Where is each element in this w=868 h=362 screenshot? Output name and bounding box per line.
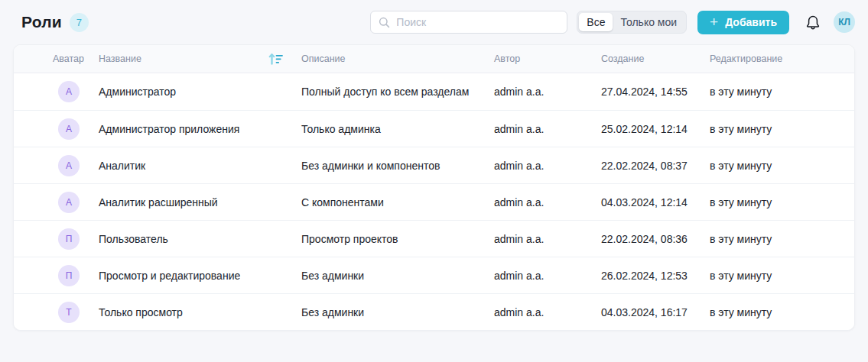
table-row[interactable]: П Просмотр и редактирование Без админки … xyxy=(14,257,854,293)
search-icon xyxy=(379,17,390,28)
role-name: Администратор xyxy=(99,86,301,98)
role-description: Полный доступ ко всем разделам xyxy=(301,86,494,98)
table-row[interactable]: А Аналитик расширенный С компонентами ad… xyxy=(14,183,854,220)
role-avatar-cell: А xyxy=(14,192,99,213)
filter-toggle: Все Только мои xyxy=(577,11,687,34)
add-button[interactable]: + Добавить xyxy=(697,11,789,34)
role-edited: в эту минуту xyxy=(710,123,854,135)
page-title: Роли xyxy=(21,13,62,31)
role-edited: в эту минуту xyxy=(710,160,854,172)
role-description: Без админки и компонентов xyxy=(301,160,494,172)
role-created: 22.02.2024, 08:36 xyxy=(601,233,710,245)
table-header-row: Аватар Название Описание Автор Создание … xyxy=(14,45,854,73)
role-author: admin a.a. xyxy=(494,86,601,98)
role-author: admin a.a. xyxy=(494,270,601,282)
role-edited: в эту минуту xyxy=(710,86,854,98)
role-avatar: П xyxy=(58,228,80,250)
role-edited: в эту минуту xyxy=(710,196,854,208)
table-row[interactable]: А Администратор приложения Только админк… xyxy=(14,110,854,147)
role-created: 25.02.2024, 12:14 xyxy=(601,123,710,135)
column-header-avatar: Аватар xyxy=(14,53,99,64)
role-avatar-cell: П xyxy=(14,265,99,286)
role-name: Пользователь xyxy=(99,233,301,245)
search-box[interactable] xyxy=(370,11,567,34)
add-button-label: Добавить xyxy=(725,16,777,28)
column-header-description: Описание xyxy=(301,53,494,64)
roles-table: Аватар Название Описание Автор Создание … xyxy=(13,44,855,331)
role-avatar: А xyxy=(58,118,80,140)
role-avatar-cell: П xyxy=(14,228,99,250)
role-name: Только просмотр xyxy=(99,306,301,318)
role-avatar: П xyxy=(58,265,80,286)
role-edited: в эту минуту xyxy=(710,270,854,282)
table-body: А Администратор Полный доступ ко всем ра… xyxy=(14,73,854,330)
column-header-created: Создание xyxy=(601,53,710,64)
count-badge: 7 xyxy=(70,13,89,32)
role-author: admin a.a. xyxy=(494,196,601,208)
role-description: Без админки xyxy=(301,270,494,282)
bell-icon xyxy=(805,15,821,31)
role-edited: в эту минуту xyxy=(710,233,854,245)
role-description: Просмотр проектов xyxy=(301,233,494,245)
search-input[interactable] xyxy=(396,16,559,28)
role-avatar-cell: А xyxy=(14,81,99,102)
role-avatar: А xyxy=(58,155,80,176)
user-avatar[interactable]: КЛ xyxy=(834,11,855,33)
role-name: Администратор приложения xyxy=(99,123,301,135)
role-avatar: Т xyxy=(58,302,80,323)
role-created: 04.03.2024, 16:17 xyxy=(601,306,710,318)
role-avatar: А xyxy=(58,81,80,102)
plus-icon: + xyxy=(710,15,718,29)
sort-ascending-icon[interactable] xyxy=(268,53,283,66)
role-name: Просмотр и редактирование xyxy=(99,270,301,282)
table-row[interactable]: А Аналитик Без админки и компонентов adm… xyxy=(14,147,854,183)
column-header-name: Название xyxy=(99,53,301,66)
role-name: Аналитик xyxy=(99,160,301,172)
role-author: admin a.a. xyxy=(494,233,601,245)
filter-option-all[interactable]: Все xyxy=(579,13,613,31)
filter-option-mine[interactable]: Только мои xyxy=(613,13,684,31)
topbar-actions: Все Только мои + Добавить КЛ xyxy=(370,11,855,34)
role-created: 22.02.2024, 08:37 xyxy=(601,160,710,172)
notifications-button[interactable] xyxy=(802,11,824,33)
role-name: Аналитик расширенный xyxy=(99,196,301,208)
role-author: admin a.a. xyxy=(494,160,601,172)
role-avatar: А xyxy=(58,192,80,213)
table-row[interactable]: А Администратор Полный доступ ко всем ра… xyxy=(14,73,854,110)
column-header-name-label: Название xyxy=(99,53,141,64)
table-row[interactable]: П Пользователь Просмотр проектов admin a… xyxy=(14,220,854,257)
top-bar: Роли 7 Все Только мои + Добавить КЛ xyxy=(0,0,868,44)
role-author: admin a.a. xyxy=(494,306,601,318)
role-description: Только админка xyxy=(301,123,494,135)
table-row[interactable]: Т Только просмотр Без админки admin a.a.… xyxy=(14,293,854,330)
role-avatar-cell: Т xyxy=(14,302,99,323)
role-avatar-cell: А xyxy=(14,155,99,176)
column-header-edited: Редактирование xyxy=(710,53,854,64)
role-created: 26.02.2024, 12:53 xyxy=(601,270,710,282)
role-created: 04.03.2024, 12:14 xyxy=(601,196,710,208)
role-author: admin a.a. xyxy=(494,123,601,135)
role-description: Без админки xyxy=(301,306,494,318)
column-header-author: Автор xyxy=(494,53,601,64)
role-avatar-cell: А xyxy=(14,118,99,140)
role-edited: в эту минуту xyxy=(710,306,854,318)
role-description: С компонентами xyxy=(301,196,494,208)
role-created: 27.04.2024, 14:55 xyxy=(601,86,710,98)
